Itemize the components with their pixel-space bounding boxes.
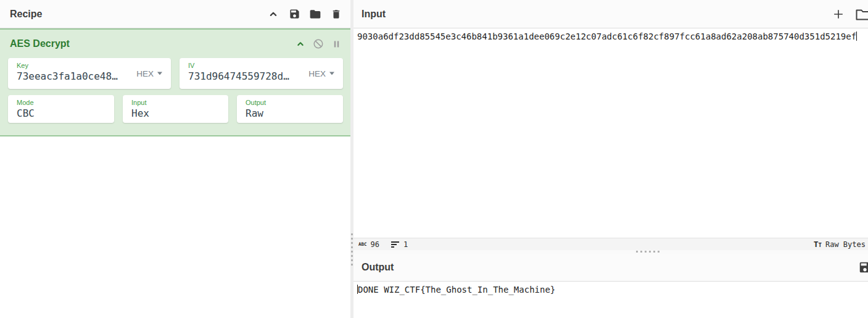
key-format-label: HEX bbox=[136, 69, 154, 78]
disable-operation-icon[interactable] bbox=[313, 38, 324, 49]
encoding-selector[interactable]: Tt Raw Bytes bbox=[814, 240, 866, 249]
cyberchef-app: Recipe AES Decrypt bbox=[0, 0, 868, 318]
breakpoint-pause-icon[interactable] bbox=[331, 38, 342, 49]
recipe-title: Recipe bbox=[0, 9, 42, 20]
char-count: ABC 96 bbox=[358, 240, 379, 249]
input-header-actions bbox=[353, 0, 868, 28]
chevron-down-icon bbox=[157, 72, 162, 75]
encoding-label: Raw Bytes bbox=[825, 240, 866, 249]
encoding-icon: Tt bbox=[814, 240, 822, 249]
input-text: 9030a6df23dd85545e3c46b841b9361a1dee069c… bbox=[357, 31, 856, 41]
operation-header: AES Decrypt bbox=[0, 30, 350, 58]
text-cursor bbox=[856, 31, 857, 41]
input-format-value[interactable]: Hex bbox=[131, 107, 222, 120]
input-pane: Input 9030a6df23dd85545e3c46b841b9361a1d… bbox=[353, 0, 868, 250]
output-text: DONE WIZ_CTF{The_Ghost_In_The_Machine} bbox=[358, 285, 555, 295]
key-format-dropdown[interactable]: HEX bbox=[136, 69, 162, 78]
input-status-bar: ABC 96 1 Tt Raw Bytes bbox=[353, 238, 868, 250]
iv-value[interactable]: 731d96474559728d… bbox=[188, 70, 302, 83]
output-format-value[interactable]: Raw bbox=[246, 107, 337, 120]
operation-title: AES Decrypt bbox=[0, 38, 70, 49]
input-format-label: Input bbox=[131, 99, 222, 107]
save-recipe-icon[interactable] bbox=[288, 8, 300, 20]
ingredient-row-1: Key 73eeac3fa1a0ce48… HEX IV 731d9647455… bbox=[8, 58, 343, 89]
line-count-icon bbox=[391, 240, 400, 248]
char-count-value: 96 bbox=[371, 240, 379, 249]
chevron-down-icon bbox=[329, 72, 334, 75]
io-panes: Input 9030a6df23dd85545e3c46b841b9361a1d… bbox=[353, 0, 868, 318]
output-header: Output bbox=[353, 254, 868, 282]
iv-format-label: HEX bbox=[308, 69, 326, 78]
recipe-pane: Recipe AES Decrypt bbox=[0, 0, 350, 318]
operation-aes-decrypt[interactable]: AES Decrypt Key 73eeac3fa1a0ce48… bbox=[0, 28, 350, 136]
splitter-grip-dots bbox=[351, 233, 353, 266]
key-field[interactable]: Key 73eeac3fa1a0ce48… HEX bbox=[8, 58, 171, 89]
clear-recipe-trash-icon[interactable] bbox=[330, 8, 342, 20]
chevron-up-icon[interactable] bbox=[267, 8, 279, 20]
recipe-header: Recipe bbox=[0, 0, 350, 28]
mode-select[interactable]: Mode CBC bbox=[8, 95, 114, 123]
iv-format-dropdown[interactable]: HEX bbox=[308, 69, 334, 78]
iv-field[interactable]: IV 731d96474559728d… HEX bbox=[180, 58, 343, 89]
add-input-tab-plus-icon[interactable] bbox=[832, 8, 845, 20]
load-recipe-folder-icon[interactable] bbox=[309, 8, 321, 20]
open-file-folder-icon[interactable] bbox=[856, 8, 868, 20]
input-format-select[interactable]: Input Hex bbox=[123, 95, 228, 123]
key-value[interactable]: 73eeac3fa1a0ce48… bbox=[17, 70, 131, 83]
output-textarea[interactable]: DONE WIZ_CTF{The_Ghost_In_The_Machine} bbox=[353, 282, 868, 318]
operation-actions bbox=[295, 38, 350, 49]
line-count-value: 1 bbox=[403, 240, 408, 249]
output-header-actions bbox=[353, 254, 868, 281]
input-textarea[interactable]: 9030a6df23dd85545e3c46b841b9361a1dee069c… bbox=[353, 28, 868, 238]
input-header: Input bbox=[353, 0, 868, 28]
output-format-label: Output bbox=[246, 99, 337, 107]
splitter-grip-dots bbox=[636, 251, 659, 253]
save-output-icon[interactable] bbox=[858, 261, 868, 274]
output-pane: Output DONE WIZ_CTF{The_Ghost_In_The_Mac… bbox=[353, 254, 868, 318]
output-format-select[interactable]: Output Raw bbox=[237, 95, 343, 123]
mode-value[interactable]: CBC bbox=[17, 107, 108, 120]
line-count: 1 bbox=[391, 240, 408, 249]
mode-label: Mode bbox=[17, 99, 108, 107]
recipe-header-actions bbox=[267, 8, 350, 20]
collapse-operation-icon[interactable] bbox=[295, 38, 306, 49]
ingredient-row-2: Mode CBC Input Hex Output Raw bbox=[8, 95, 343, 123]
char-count-icon: ABC bbox=[358, 241, 367, 247]
